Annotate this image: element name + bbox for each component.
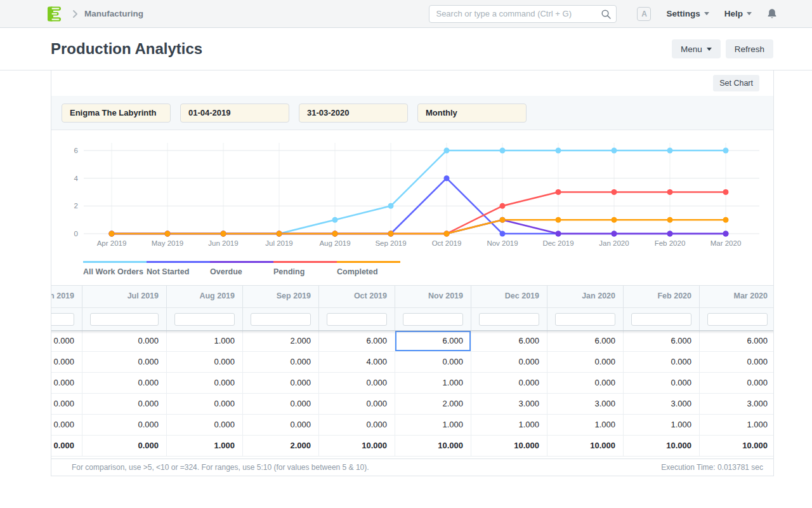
table-cell[interactable]: 6.000	[395, 331, 471, 352]
table-cell[interactable]: 1.000	[471, 415, 547, 436]
column-header[interactable]: Mar 2020	[700, 286, 773, 308]
breadcrumb-manufacturing[interactable]: Manufacturing	[84, 9, 143, 18]
table-cell[interactable]: 0.000	[82, 352, 167, 373]
table-cell[interactable]: 0.000	[51, 331, 82, 352]
column-header[interactable]: Dec 2019	[471, 286, 547, 308]
table-cell[interactable]: 0.000	[82, 331, 167, 352]
table-cell[interactable]: 1.000	[624, 415, 700, 436]
table-cell[interactable]: 0.000	[319, 415, 395, 436]
from-date-input[interactable]	[180, 104, 289, 123]
table-cell[interactable]: 0.000	[547, 352, 624, 373]
erpnext-logo-icon[interactable]	[46, 5, 63, 23]
table-cell[interactable]: 6.000	[471, 331, 547, 352]
chart-data-point[interactable]	[667, 231, 673, 237]
column-filter-input[interactable]	[403, 313, 463, 326]
chart-data-point[interactable]	[277, 231, 282, 237]
table-cell[interactable]: 0.000	[51, 415, 82, 436]
chart-data-point[interactable]	[723, 189, 729, 195]
table-cell[interactable]: 0.000	[167, 352, 243, 373]
help-dropdown[interactable]: Help	[724, 9, 752, 18]
table-cell[interactable]: 1.000	[395, 373, 471, 394]
chart-data-point[interactable]	[444, 148, 450, 154]
chart-data-point[interactable]	[556, 189, 561, 195]
table-cell[interactable]: 3.000	[547, 394, 624, 415]
column-filter-input[interactable]	[631, 313, 691, 326]
table-cell[interactable]: 6.000	[547, 331, 624, 352]
chart-data-point[interactable]	[723, 217, 729, 223]
chart-data-point[interactable]	[444, 175, 450, 181]
table-cell[interactable]: 0.000	[243, 415, 319, 436]
table-cell[interactable]: 10.000	[547, 436, 624, 457]
table-cell[interactable]: 0.000	[624, 373, 700, 394]
search-icon[interactable]	[601, 9, 612, 20]
column-filter-input[interactable]	[479, 313, 539, 326]
to-date-input[interactable]	[299, 104, 408, 123]
table-cell[interactable]: 10.000	[319, 436, 395, 457]
column-header[interactable]: Jan 2020	[547, 286, 624, 308]
chart-data-point[interactable]	[556, 148, 561, 154]
column-filter-input[interactable]	[707, 313, 768, 326]
refresh-button[interactable]: Refresh	[726, 39, 773, 58]
table-cell[interactable]: 0.000	[82, 436, 167, 457]
column-header[interactable]: Nov 2019	[395, 286, 471, 308]
table-cell[interactable]: 0.000	[167, 394, 243, 415]
table-cell[interactable]: 0.000	[243, 394, 319, 415]
table-cell[interactable]: 0.000	[319, 394, 395, 415]
table-cell[interactable]: 0.000	[395, 352, 471, 373]
column-filter-input[interactable]	[174, 313, 235, 326]
table-cell[interactable]: 0.000	[243, 352, 319, 373]
table-cell[interactable]: 0.000	[51, 352, 82, 373]
table-cell[interactable]: 0.000	[51, 373, 82, 394]
chart-data-point[interactable]	[556, 231, 561, 237]
chart-data-point[interactable]	[332, 231, 338, 237]
table-cell[interactable]: 3.000	[624, 394, 700, 415]
table-cell[interactable]: 0.000	[700, 373, 773, 394]
table-cell[interactable]: 2.000	[243, 331, 319, 352]
chart-data-point[interactable]	[667, 189, 673, 195]
column-filter-input[interactable]	[51, 313, 74, 326]
table-cell[interactable]: 3.000	[471, 394, 547, 415]
table-cell[interactable]: 0.000	[167, 373, 243, 394]
table-cell[interactable]: 1.000	[547, 415, 624, 436]
frequency-select[interactable]	[417, 104, 527, 123]
chart-data-point[interactable]	[332, 217, 338, 223]
table-cell[interactable]: 1.000	[395, 415, 471, 436]
table-cell[interactable]: 0.000	[319, 373, 395, 394]
set-chart-button[interactable]: Set Chart	[713, 75, 759, 91]
chart-data-point[interactable]	[388, 231, 394, 237]
chart-data-point[interactable]	[500, 148, 506, 154]
table-cell[interactable]: 4.000	[319, 352, 395, 373]
chart-data-point[interactable]	[500, 203, 506, 209]
table-cell[interactable]: 0.000	[82, 394, 167, 415]
table-cell[interactable]: 0.000	[243, 373, 319, 394]
chart-data-point[interactable]	[221, 231, 226, 237]
column-header[interactable]: Oct 2019	[319, 286, 395, 308]
search-input[interactable]	[429, 5, 617, 23]
chart-data-point[interactable]	[109, 231, 115, 237]
chart-data-point[interactable]	[612, 231, 617, 237]
chart-data-point[interactable]	[500, 231, 506, 237]
notifications-bell-icon[interactable]	[767, 8, 777, 20]
chart-data-point[interactable]	[667, 148, 673, 154]
column-header[interactable]: Feb 2020	[624, 286, 700, 308]
table-cell[interactable]: 10.000	[624, 436, 700, 457]
table-cell[interactable]: 2.000	[395, 394, 471, 415]
table-cell[interactable]: 0.000	[51, 394, 82, 415]
menu-button[interactable]: Menu	[672, 39, 721, 58]
column-filter-input[interactable]	[327, 313, 387, 326]
chart-data-point[interactable]	[612, 217, 617, 223]
table-cell[interactable]: 0.000	[471, 352, 547, 373]
table-cell[interactable]: 0.000	[82, 415, 167, 436]
item-filter-input[interactable]	[62, 104, 171, 123]
table-cell[interactable]: 0.000	[700, 352, 773, 373]
chart-data-point[interactable]	[165, 231, 171, 237]
column-header[interactable]: Jun 2019	[51, 286, 82, 308]
chart-data-point[interactable]	[500, 217, 506, 223]
table-cell[interactable]: 6.000	[624, 331, 700, 352]
table-cell[interactable]: 0.000	[167, 415, 243, 436]
column-filter-input[interactable]	[555, 313, 615, 326]
table-cell[interactable]: 0.000	[51, 436, 82, 457]
table-cell[interactable]: 1.000	[167, 331, 243, 352]
table-cell[interactable]: 3.000	[700, 394, 773, 415]
column-header[interactable]: Sep 2019	[243, 286, 319, 308]
